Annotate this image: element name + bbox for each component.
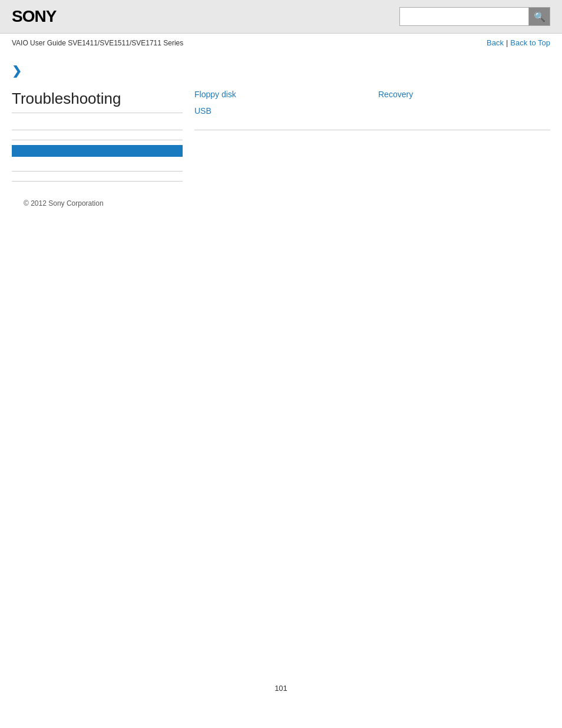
nav-links: Back | Back to Top bbox=[487, 38, 550, 47]
list-item bbox=[12, 120, 183, 130]
content-col-right: Recovery bbox=[366, 90, 550, 123]
content-area: Floppy disk USB Recovery bbox=[194, 90, 550, 182]
chevron-icon: ❯ bbox=[12, 64, 22, 78]
content-divider bbox=[194, 130, 550, 130]
search-button[interactable]: 🔍 bbox=[529, 7, 550, 26]
back-link[interactable]: Back bbox=[487, 38, 504, 47]
list-item bbox=[12, 162, 183, 172]
back-to-top-link[interactable]: Back to Top bbox=[510, 38, 550, 47]
header: SONY 🔍 bbox=[0, 0, 562, 34]
sidebar-title: Troubleshooting bbox=[12, 90, 183, 113]
main-content: ❯ Troubleshooting Floppy disk USB Recove… bbox=[0, 52, 562, 231]
list-item bbox=[12, 172, 183, 182]
breadcrumb-title: VAIO User Guide SVE1411/SVE1511/SVE1711 … bbox=[12, 39, 183, 47]
content-columns: Floppy disk USB Recovery bbox=[194, 90, 550, 123]
content-col-left: Floppy disk USB bbox=[194, 90, 366, 123]
usb-link[interactable]: USB bbox=[194, 106, 366, 116]
list-item bbox=[12, 130, 183, 140]
recovery-link[interactable]: Recovery bbox=[378, 90, 550, 99]
sidebar: Troubleshooting bbox=[12, 90, 194, 182]
search-area: 🔍 bbox=[399, 7, 550, 26]
footer: © 2012 Sony Corporation bbox=[12, 182, 550, 219]
breadcrumb-bar: VAIO User Guide SVE1411/SVE1511/SVE1711 … bbox=[0, 34, 562, 52]
nav-separator: | bbox=[506, 38, 508, 47]
page-number: 101 bbox=[0, 672, 562, 704]
copyright-text: © 2012 Sony Corporation bbox=[24, 199, 104, 207]
search-input[interactable] bbox=[399, 7, 529, 26]
floppy-disk-link[interactable]: Floppy disk bbox=[194, 90, 366, 99]
sony-logo: SONY bbox=[12, 7, 56, 26]
search-icon: 🔍 bbox=[534, 11, 546, 22]
content-layout: Troubleshooting Floppy disk USB Recovery bbox=[12, 90, 550, 182]
sidebar-active-item[interactable] bbox=[12, 145, 183, 157]
